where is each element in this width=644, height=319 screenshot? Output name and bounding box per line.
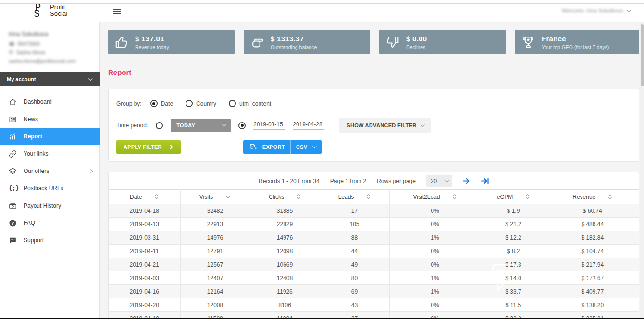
arrow-right-icon [167,145,173,149]
period-preset-select[interactable]: TODAY [171,119,231,132]
date-from-input[interactable] [253,121,285,130]
table-cell: $ 33.7 [481,285,546,298]
sidebar-item-your-links[interactable]: Your links [0,145,100,162]
radio-preset-period[interactable] [156,122,163,129]
user-skype: Ⓗ Sasha Hiova [9,49,99,56]
table-cell: 1% [389,285,481,298]
user-email: sasha.hiova@profitsocial.com [9,58,99,64]
chevron-down-icon [313,144,317,148]
col-header-clicks[interactable]: Clicks [250,190,320,204]
logo-text: Profit Social [50,4,68,17]
table-cell: 11926 [250,285,320,298]
table-cell: 2019-04-18 [109,204,180,218]
export-button[interactable]: EXPORT CSV [243,140,322,154]
sort-both-icon [608,194,612,200]
sidebar-item-support[interactable]: Support [0,232,100,249]
top-hairline [0,3,644,4]
chat-bubble-icon [9,236,17,245]
scrollbar[interactable] [640,22,644,318]
sidebar-item-payout-history[interactable]: Payout History [0,197,100,214]
table-cell: $ 182.84 [546,231,639,245]
button-divider [290,140,291,154]
table-cell: 12567 [180,258,250,271]
phone-icon: ☎ [9,41,14,47]
hamburger-menu-icon[interactable] [113,9,121,16]
table-row: 2019-04-161216411926691%$ 33.7$ 409.77 [109,285,639,298]
table-row: 2019-04-031240712408801%$ 14.0$ 173.67 [109,271,639,285]
col-header-leads[interactable]: Leads [320,190,389,204]
card-value: France [542,35,609,43]
table-body: 2019-04-183248231885170%$ 1.9$ 60.742019… [109,204,639,319]
col-header-date[interactable]: Date [109,190,180,204]
welcome-text: Welcome, Irina Sokolkova [562,8,623,13]
radio-group-date[interactable]: Date [150,100,173,107]
page-title: Report [108,68,131,76]
card-top-geo: France Your top GEO (for last 7 days) [515,30,639,54]
table-cell: 105 [320,218,389,231]
radio-group-utm-content[interactable]: utm_content [229,100,271,107]
radio-utm-content[interactable] [229,100,236,107]
radio-group-country[interactable]: Country [186,100,216,107]
card-revenue-today: $ 137.01 Revenue today [108,30,235,54]
sidebar-item-postback-urls[interactable]: {;} Postback URLs [0,180,100,197]
table-cell: 2019-03-31 [109,231,180,245]
sidebar-item-faq[interactable]: ? FAQ [0,214,100,232]
table-cell: 12791 [180,245,250,258]
date-to-input[interactable] [293,121,324,130]
col-header-revenue[interactable]: Revenue [546,190,639,204]
table-row: 2019-03-311497614976881%$ 12.2$ 182.84 [109,231,639,245]
last-page-button[interactable] [481,178,489,184]
scrollbar-thumb[interactable] [641,24,644,86]
my-account-label: My account [7,76,36,82]
sort-both-icon [154,194,159,200]
table-row: 2019-04-183248231885170%$ 1.9$ 60.74 [109,204,639,218]
sidebar-item-news[interactable]: News [0,110,100,128]
table-cell: $ 14.0 [481,271,546,285]
table-cell: $ 21.2 [481,218,546,231]
table-cell: 69 [320,285,389,298]
col-header-visits[interactable]: Visits [180,190,250,204]
home-icon [9,98,17,106]
report-table-panel: Records 1 - 20 From 34 Page 1 from 2 Row… [108,172,639,319]
filter-panel: Group by: Date Country utm_content Time … [108,89,639,162]
table-cell: 31885 [250,204,320,218]
table-cell: 14976 [250,231,320,245]
radio-date[interactable] [150,100,158,107]
table-cell: 12164 [180,285,250,298]
logo[interactable]: P S Profit Social [31,3,68,18]
table-cell: 1% [389,231,481,245]
svg-text:S: S [34,8,40,18]
table-cell: 12098 [250,245,320,258]
col-header-ecpm[interactable]: eCPM [481,190,546,204]
logo-monogram-icon: P S [31,3,47,18]
card-label: Revenue today [135,44,169,50]
table-row: 2019-04-111279112098440%$ 8.2$ 104.74 [109,245,639,258]
table-cell: 32482 [180,204,250,218]
table-cell: 8106 [250,298,320,312]
sidebar-item-dashboard[interactable]: Dashboard [0,93,100,110]
apply-filter-button[interactable]: APPLY FILTER [116,140,181,154]
rows-per-page-label: Rows per page [377,178,416,184]
welcome-dropdown[interactable]: Welcome, Irina Sokolkova [562,8,630,13]
radio-date-range[interactable] [238,122,246,129]
table-cell: 44 [320,245,389,258]
next-page-button[interactable] [463,178,471,184]
banknote-icon [9,202,17,210]
table-cell: 0% [389,258,481,271]
table-cell: $ 8.2 [481,245,546,258]
table-cell: $ 11.5 [481,298,546,312]
col-header-visit2lead[interactable]: Visit2Lead [389,190,481,204]
table-cell: 1% [389,271,481,285]
table-cell: $ 1.9 [481,204,546,218]
braces-icon: {;} [9,185,17,192]
my-account-bar[interactable]: My account [0,72,100,86]
table-cell: 12008 [180,298,250,312]
sidebar-item-our-offers[interactable]: Our offers [0,162,100,180]
radio-country[interactable] [186,100,193,107]
table-row: 2019-04-20120088106430%$ 11.5$ 138.20 [109,298,639,312]
sidebar-nav: Dashboard News Report Your links [0,93,100,249]
sidebar-item-report[interactable]: Report [0,128,100,145]
rows-per-page-select[interactable]: 20 [426,175,452,187]
show-advanced-filter-button[interactable]: SHOW ADVANCED FILTER [339,118,431,133]
sidebar: Irina Sokolkova ☎ 99473665 Ⓗ Sasha Hiova… [0,22,100,319]
